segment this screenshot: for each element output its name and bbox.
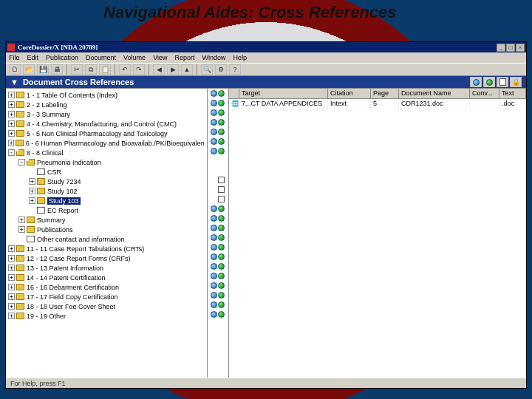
expand-icon[interactable]: + — [8, 101, 15, 108]
tree-node[interactable]: +6 - 6 Human Pharmacology and Bioavailab… — [8, 138, 205, 148]
tree-node[interactable]: -Pneumonia Indication — [8, 157, 205, 167]
expand-icon[interactable]: + — [8, 140, 14, 146]
tree-node[interactable]: +Study 102 — [8, 186, 205, 196]
status-icon-row — [208, 233, 228, 242]
green-button[interactable] — [483, 77, 495, 87]
page-button[interactable] — [497, 77, 508, 87]
tree-node[interactable]: +11 - 11 Case Report Tabulations (CRTs) — [8, 244, 205, 253]
expand-icon[interactable]: + — [8, 313, 15, 319]
tree-node[interactable]: +13 - 13 Patent Information — [8, 263, 205, 273]
globe-icon — [211, 148, 217, 154]
redo-button[interactable]: ↷ — [133, 64, 145, 75]
undo-button[interactable]: ↶ — [119, 64, 131, 75]
tree-node-label: EC Report — [47, 207, 78, 214]
expand-icon[interactable]: + — [18, 226, 25, 233]
tree-node[interactable]: +16 - 16 Debarment Certification — [8, 282, 205, 292]
minimize-button[interactable]: _ — [497, 44, 505, 52]
expand-icon[interactable]: + — [8, 120, 15, 127]
tree-node[interactable]: +3 - 3 Summary — [8, 109, 205, 119]
tree-node[interactable]: -8 - 8 Clinical — [8, 148, 205, 157]
menu-publication[interactable]: Publication — [46, 54, 78, 61]
folder-icon — [16, 130, 24, 137]
help-button[interactable]: ? — [229, 64, 241, 75]
column-header[interactable]: Target — [239, 89, 328, 98]
paste-button[interactable]: 📋 — [99, 64, 111, 75]
fwd-button[interactable]: ▶ — [167, 64, 179, 75]
globe-button[interactable] — [470, 77, 482, 87]
menu-edit[interactable]: Edit — [27, 54, 39, 61]
tree-node[interactable]: +Study 103 — [8, 196, 205, 205]
menu-file[interactable]: File — [9, 54, 20, 61]
check-icon — [218, 244, 225, 250]
menu-volume[interactable]: Volume — [123, 54, 146, 61]
collapse-icon[interactable]: - — [18, 159, 25, 166]
save-button[interactable]: 💾 — [37, 64, 49, 75]
column-header[interactable]: Document Name — [399, 89, 470, 98]
tree-node[interactable]: +Study 7234 — [8, 177, 205, 186]
folder-icon — [16, 303, 24, 310]
menu-document[interactable]: Document — [86, 54, 116, 61]
column-header[interactable] — [229, 89, 239, 98]
lock-button[interactable]: 🔒 — [510, 77, 522, 87]
copy-button[interactable]: ⧉ — [85, 64, 97, 75]
find-button[interactable]: 🔍 — [201, 64, 213, 75]
menu-report[interactable]: Report — [174, 54, 194, 61]
tree-pane[interactable]: +1 - 1 Table Of Contents (Index)+2 - 2 L… — [6, 89, 208, 378]
expand-icon[interactable]: + — [8, 92, 15, 98]
column-header[interactable]: Conv... — [470, 89, 499, 98]
up-button[interactable]: ▲ — [181, 64, 193, 75]
expand-icon[interactable]: + — [8, 303, 15, 310]
tree-node[interactable]: +17 - 17 Field Copy Certification — [8, 292, 205, 301]
tree-node[interactable]: +12 - 12 Case Report Forms (CRFs) — [8, 253, 205, 263]
column-header[interactable]: Page — [371, 89, 399, 98]
table-row[interactable]: 🌐7...CT DATA APPENDICESIntext5CDR1231.do… — [229, 99, 526, 109]
expand-icon[interactable]: + — [8, 111, 15, 117]
tree-node[interactable]: CSR — [8, 167, 205, 177]
maximize-button[interactable]: □ — [506, 44, 515, 52]
expand-icon[interactable]: + — [8, 130, 15, 137]
folder-icon — [16, 293, 24, 300]
column-header[interactable]: Text — [499, 89, 526, 98]
close-button[interactable]: × — [516, 44, 525, 52]
status-icon-column — [208, 89, 229, 378]
expand-icon[interactable]: + — [8, 245, 15, 252]
menu-help[interactable]: Help — [233, 54, 248, 61]
tree-node[interactable]: +1 - 1 Table Of Contents (Index) — [8, 90, 205, 100]
status-icon-row — [208, 108, 228, 117]
expand-icon[interactable]: + — [8, 293, 15, 300]
menu-window[interactable]: Window — [202, 54, 226, 61]
tree-node[interactable]: +14 - 14 Patent Certification — [8, 273, 205, 282]
tree-node[interactable]: +2 - 2 Labeling — [8, 100, 205, 109]
collapse-icon[interactable]: - — [8, 149, 15, 156]
props-button[interactable]: ⚙ — [215, 64, 227, 75]
expand-icon[interactable]: + — [29, 197, 35, 204]
tree-node[interactable]: +19 - 19 Other — [8, 311, 205, 321]
expand-icon[interactable]: + — [8, 265, 15, 271]
tree-node[interactable]: +5 - 5 Non Clinical Pharmacology and Tox… — [8, 129, 205, 138]
expand-icon[interactable]: + — [8, 274, 15, 281]
expand-icon[interactable]: + — [29, 188, 35, 194]
expand-icon[interactable]: + — [8, 284, 15, 290]
status-icon-row — [208, 204, 228, 214]
tree-node[interactable]: +Publications — [8, 225, 205, 234]
column-header[interactable]: Citation — [328, 89, 371, 98]
back-icon: ◀ — [157, 66, 162, 73]
expand-icon[interactable]: + — [29, 178, 35, 185]
menu-view[interactable]: View — [153, 54, 167, 61]
cut-button[interactable]: ✂ — [71, 64, 83, 75]
globe-icon — [211, 311, 217, 318]
expand-icon[interactable]: + — [18, 216, 25, 223]
expand-icon[interactable]: + — [8, 255, 15, 262]
table-cell: Intext — [328, 99, 371, 109]
tree-node[interactable]: +4 - 4 Chemistry, Manufacturing, and Con… — [8, 119, 205, 129]
open-button[interactable]: 📂 — [23, 64, 35, 75]
new-button[interactable]: 🗋 — [9, 64, 21, 75]
tree-node[interactable]: Other contact and information — [8, 234, 205, 244]
print-button[interactable]: 🖶 — [51, 64, 63, 75]
tree-node[interactable]: EC Report — [8, 205, 205, 215]
grid-body[interactable]: 🌐7...CT DATA APPENDICESIntext5CDR1231.do… — [229, 99, 526, 378]
page-icon — [37, 168, 45, 175]
tree-node[interactable]: +18 - 18 User Fee Cover Sheet — [8, 301, 205, 311]
back-button[interactable]: ◀ — [153, 64, 165, 75]
tree-node[interactable]: +Summary — [8, 215, 205, 225]
